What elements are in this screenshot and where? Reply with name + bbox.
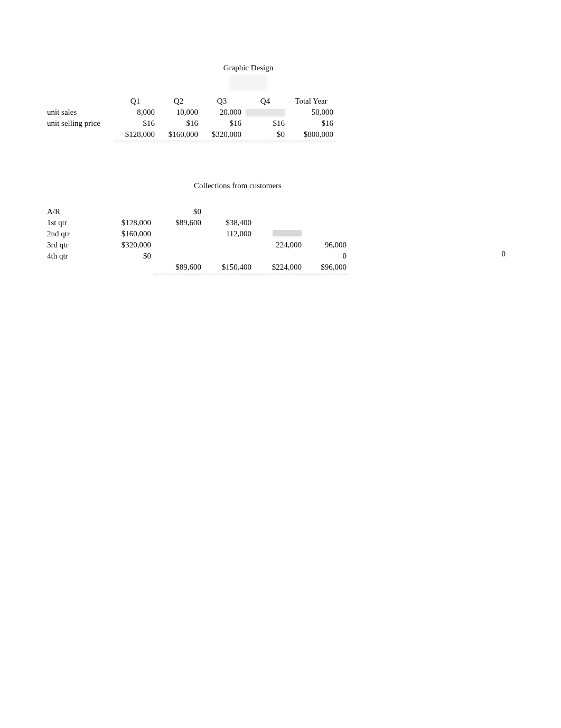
table-row: $128,000 $160,000 $320,000 $0 $800,000 bbox=[45, 129, 335, 140]
cell: $16 bbox=[244, 118, 287, 129]
cell bbox=[95, 206, 153, 217]
cell: $89,600 bbox=[153, 217, 203, 228]
cell-blurred bbox=[244, 107, 287, 118]
row-shadow bbox=[45, 140, 335, 144]
row-label: 3rd qtr bbox=[45, 239, 95, 251]
cell bbox=[95, 262, 153, 273]
cell: 50,000 bbox=[287, 107, 335, 118]
header-q2: Q2 bbox=[157, 96, 200, 107]
table-row: 3rd qtr $320,000 224,000 96,000 bbox=[45, 239, 349, 251]
sales-table: Q1 Q2 Q3 Q4 Total Year unit sales 8,000 … bbox=[45, 96, 335, 144]
cell bbox=[153, 239, 203, 251]
cell: $0 bbox=[153, 206, 203, 217]
cell: $224,000 bbox=[254, 262, 304, 273]
totals-blank bbox=[45, 262, 95, 273]
cell: $320,000 bbox=[200, 129, 244, 140]
cell: $320,000 bbox=[95, 239, 153, 251]
cell: $128,000 bbox=[95, 217, 153, 228]
table-row: 4th qtr $0 0 bbox=[45, 251, 349, 262]
totals-row: $89,600 $150,400 $224,000 $96,000 bbox=[45, 262, 349, 273]
section1-title: Graphic Design bbox=[100, 63, 396, 72]
cell: 0 bbox=[304, 251, 349, 262]
header-total: Total Year bbox=[287, 96, 335, 107]
cell: $0 bbox=[95, 251, 153, 262]
cell: 8,000 bbox=[114, 107, 157, 118]
table-row: unit sales 8,000 10,000 20,000 50,000 bbox=[45, 107, 335, 118]
cell: $160,000 bbox=[95, 228, 153, 239]
table-row: 2nd qtr $160,000 112,000 bbox=[45, 228, 349, 239]
cell bbox=[304, 217, 349, 228]
cell: 112,000 bbox=[203, 228, 254, 239]
cell: 10,000 bbox=[157, 107, 200, 118]
cell bbox=[254, 251, 304, 262]
cell: $38,400 bbox=[203, 217, 254, 228]
cell: 20,000 bbox=[200, 107, 244, 118]
row-label: 1st qtr bbox=[45, 217, 95, 228]
cell: $800,000 bbox=[287, 129, 335, 140]
collections-table: A/R $0 1st qtr $128,000 $89,600 $38,400 … bbox=[45, 206, 349, 277]
cell bbox=[304, 206, 349, 217]
cell bbox=[304, 228, 349, 239]
section-title-block: Graphic Design bbox=[100, 63, 396, 89]
cell: $0 bbox=[244, 129, 287, 140]
table-row: A/R $0 bbox=[45, 206, 349, 217]
row-shadow bbox=[45, 273, 349, 277]
blurred-subtitle-box bbox=[230, 75, 266, 87]
header-blank bbox=[45, 96, 114, 107]
cell bbox=[203, 206, 254, 217]
row-label: 4th qtr bbox=[45, 251, 95, 262]
header-q4: Q4 bbox=[244, 96, 287, 107]
cell-blurred bbox=[254, 228, 304, 239]
cell: $89,600 bbox=[153, 262, 203, 273]
cell: $16 bbox=[200, 118, 244, 129]
cell: $160,000 bbox=[157, 129, 200, 140]
cell bbox=[153, 228, 203, 239]
cell: $16 bbox=[287, 118, 335, 129]
cell: $16 bbox=[114, 118, 157, 129]
row-label: A/R bbox=[45, 206, 95, 217]
cell bbox=[254, 217, 304, 228]
cell bbox=[254, 206, 304, 217]
cell bbox=[203, 239, 254, 251]
row-label: 2nd qtr bbox=[45, 228, 95, 239]
sales-table-header-row: Q1 Q2 Q3 Q4 Total Year bbox=[45, 96, 335, 107]
row-label: unit selling price bbox=[45, 118, 114, 129]
cell bbox=[203, 251, 254, 262]
section2-title: Collections from customers bbox=[100, 181, 375, 190]
header-q3: Q3 bbox=[200, 96, 244, 107]
table-row: 1st qtr $128,000 $89,600 $38,400 bbox=[45, 217, 349, 228]
table-row: unit selling price $16 $16 $16 $16 $16 bbox=[45, 118, 335, 129]
cell: $150,400 bbox=[203, 262, 254, 273]
row-label bbox=[45, 129, 114, 140]
row-label: unit sales bbox=[45, 107, 114, 118]
floating-zero: 0 bbox=[502, 250, 506, 259]
cell: $128,000 bbox=[114, 129, 157, 140]
cell bbox=[153, 251, 203, 262]
cell: $96,000 bbox=[304, 262, 349, 273]
header-q1: Q1 bbox=[114, 96, 157, 107]
cell: 224,000 bbox=[254, 239, 304, 251]
cell: 96,000 bbox=[304, 239, 349, 251]
cell: $16 bbox=[157, 118, 200, 129]
